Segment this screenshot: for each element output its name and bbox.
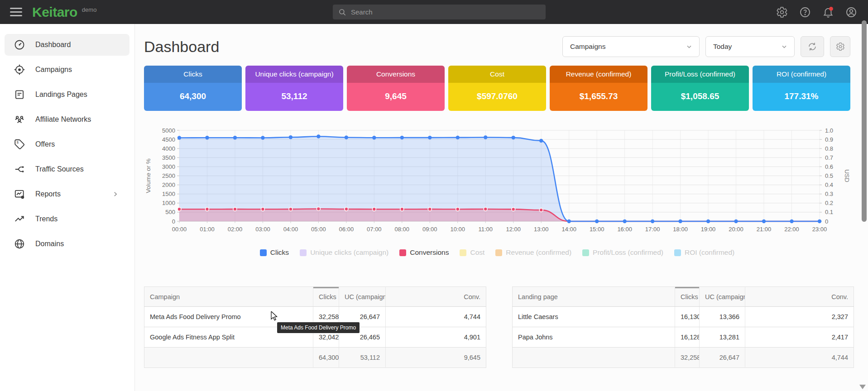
svg-text:0.9: 0.9 [825,136,833,143]
svg-text:20:00: 20:00 [729,226,743,233]
column-header[interactable]: UC (campaign) [700,287,745,307]
table-row[interactable]: Papa Johns16,12813,2812,417 [513,327,854,348]
notifications-icon[interactable] [822,6,834,18]
sort-indicator [675,287,700,289]
totals-value-cell: 26,647 [700,348,745,368]
sidebar-item-label: Campaigns [35,66,72,74]
sidebar-item-label: Trends [35,215,58,223]
column-header[interactable]: Conv. [745,287,854,307]
sidebar-item-dashboard[interactable]: Dashboard [5,34,129,56]
svg-text:04:00: 04:00 [283,226,298,233]
refresh-button[interactable] [801,36,824,57]
refresh-icon [807,42,817,52]
legend-item-clicks[interactable]: Clicks [260,248,289,257]
metric-card-cost[interactable]: Cost$597.0760 [448,66,546,111]
sidebar-item-affiliate-networks[interactable]: Affiliate Networks [5,109,129,130]
column-header[interactable]: Campaign [144,287,313,307]
traffic-icon [14,163,25,175]
sidebar-item-domains[interactable]: Domains [5,233,129,255]
landings-icon [14,89,25,100]
app-logo[interactable]: Keitaro [32,5,77,20]
legend-item-profit-loss-confirmed-[interactable]: Profit/Loss (confirmed) [582,248,663,257]
totals-value-cell: 64,300 [313,348,339,368]
hamburger-menu-icon[interactable] [10,8,22,16]
table-row[interactable]: Little Caesars16,13013,3662,327 [513,307,854,327]
svg-text:0.3: 0.3 [825,191,833,197]
date-range-select[interactable]: Today [705,36,795,57]
row-value-cell: 16,130 [675,307,700,327]
legend-swatch [460,249,466,256]
metric-card-conversions[interactable]: Conversions9,645 [347,66,445,111]
metric-card-label: ROI (confirmed) [753,66,850,83]
column-header[interactable]: Conv. [386,287,486,307]
svg-text:06:00: 06:00 [339,226,354,233]
svg-text:4000: 4000 [162,145,175,152]
metric-card-profit-loss-confirmed-[interactable]: Profit/Loss (confirmed)$1,058.65 [651,66,749,111]
main-content: Dashboard Campaigns Today Clicks64,300Un… [135,24,868,391]
svg-text:18:00: 18:00 [673,226,688,233]
affiliate-icon [14,114,25,125]
legend-item-roi-confirmed-[interactable]: ROI (confirmed) [674,248,734,257]
sidebar-item-trends[interactable]: Trends [5,208,129,230]
row-value-cell: 4,901 [386,327,486,348]
global-search[interactable] [333,5,546,19]
svg-text:5000: 5000 [162,127,175,134]
sidebar-item-traffic-sources[interactable]: Traffic Sources [5,158,129,180]
legend-item-cost[interactable]: Cost [460,248,484,257]
totals-value-cell: 32,258 [675,348,700,368]
column-header[interactable]: UC (campaign) [339,287,386,307]
scroll-down-icon[interactable] [859,385,866,389]
settings-icon [836,42,845,51]
metric-card-clicks[interactable]: Clicks64,300 [144,66,242,111]
legend-item-unique-clicks-campaign-[interactable]: Unique clicks (campaign) [300,248,388,257]
column-header[interactable]: Landing page [513,287,675,307]
svg-text:Volume or %: Volume or % [145,158,152,193]
svg-text:22:00: 22:00 [784,226,799,233]
sidebar-item-label: Reports [35,190,61,198]
sidebar-item-landings-pages[interactable]: Landings Pages [5,84,129,105]
metric-card-value: 9,645 [347,83,445,111]
column-header[interactable]: Clicks [675,287,700,307]
metric-card-value: 53,112 [245,83,343,111]
legend-label: Conversions [410,248,449,257]
gear-icon[interactable] [776,6,788,18]
svg-text:13:00: 13:00 [534,226,549,233]
account-icon[interactable] [845,6,857,18]
metric-card-unique-clicks-campaign-[interactable]: Unique clicks (campaign)53,112 [245,66,343,111]
offers-icon: $ [14,138,25,150]
search-input[interactable] [351,8,546,16]
grouping-select[interactable]: Campaigns [562,36,700,57]
vertical-scrollbar[interactable] [862,20,867,222]
sort-indicator [313,287,339,289]
svg-text:00:00: 00:00 [172,226,187,233]
svg-text:0.2: 0.2 [825,200,833,206]
column-header[interactable]: Clicks [313,287,339,307]
dashboard-settings-button[interactable] [830,36,850,57]
row-name-cell: Little Caesars [513,307,675,327]
mouse-cursor [271,311,280,321]
svg-text:1500: 1500 [162,191,175,197]
topbar: Keitaro demo [0,0,868,24]
metric-card-roi-confirmed-[interactable]: ROI (confirmed)177.31% [753,66,850,111]
totals-row: 64,30053,1129,645 [144,348,486,368]
sidebar-item-label: Offers [35,140,55,148]
chevron-down-icon [781,43,788,50]
sidebar-item-offers[interactable]: $Offers [5,134,129,155]
metric-card-value: 177.31% [753,83,850,111]
legend-item-conversions[interactable]: Conversions [399,248,449,257]
sidebar-item-reports[interactable]: Reports [5,183,129,205]
metric-card-revenue-confirmed-[interactable]: Revenue (confirmed)$1,655.73 [550,66,647,111]
metric-card-value: $597.0760 [448,83,546,111]
legend-item-revenue-confirmed-[interactable]: Revenue (confirmed) [495,248,571,257]
svg-text:3000: 3000 [162,163,175,170]
row-value-cell: 13,281 [700,327,745,348]
svg-text:11:00: 11:00 [478,226,493,233]
metric-cards: Clicks64,300Unique clicks (campaign)53,1… [144,66,850,111]
sidebar-item-label: Dashboard [35,41,71,49]
sidebar-item-campaigns[interactable]: Campaigns [5,59,129,81]
totals-empty-cell [513,348,675,368]
help-icon[interactable] [799,6,811,18]
svg-text:03:00: 03:00 [255,226,270,233]
chart-legend: ClicksUnique clicks (campaign)Conversion… [144,248,850,257]
svg-text:0.1: 0.1 [825,209,833,215]
